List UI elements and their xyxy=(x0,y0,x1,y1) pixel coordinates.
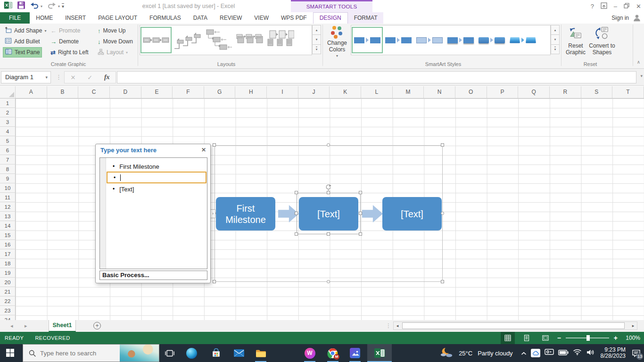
text-pane-item-3[interactable]: • [Text] xyxy=(107,183,206,195)
column-header-K[interactable]: K xyxy=(330,86,361,98)
view-page-layout-button[interactable] xyxy=(520,332,534,344)
move-up-button[interactable]: ↑ Move Up xyxy=(96,25,128,36)
undo-dropdown-icon[interactable]: ▾ xyxy=(41,4,42,8)
redo-button[interactable] xyxy=(48,1,56,11)
column-header-L[interactable]: L xyxy=(361,86,393,98)
tab-design[interactable]: DESIGN xyxy=(313,12,348,24)
ribbon-display-options-button[interactable] xyxy=(601,2,607,10)
column-header-R[interactable]: R xyxy=(550,86,581,98)
shape-handle-bm[interactable] xyxy=(327,232,330,236)
tab-insert[interactable]: INSERT xyxy=(59,12,92,24)
styles-scroll-down-button[interactable]: ▾ xyxy=(551,35,560,44)
layouts-scroll-down-button[interactable]: ▾ xyxy=(312,35,321,44)
canvas-handle-bl[interactable] xyxy=(213,280,216,283)
convert-to-shapes-button[interactable]: Convert to Shapes xyxy=(587,25,617,56)
sheet-bar-grip[interactable]: ⋮ xyxy=(386,320,391,332)
weather-icon[interactable] xyxy=(439,346,454,360)
row-header-24[interactable]: 24 xyxy=(0,315,16,320)
sheet-nav-next-button[interactable]: ▸ xyxy=(25,320,27,332)
row-header-2[interactable]: 2 xyxy=(0,108,16,117)
weather-condition[interactable]: Partly cloudy xyxy=(478,350,512,357)
row-header-11[interactable]: 11 xyxy=(0,193,16,202)
shape-handle-tl[interactable] xyxy=(295,191,298,194)
shape-handle-mr[interactable] xyxy=(359,212,362,215)
add-shape-button[interactable]: Add Shape ▾ xyxy=(3,25,48,36)
view-normal-button[interactable] xyxy=(501,332,515,344)
style-thumb-white-outline[interactable] xyxy=(383,27,414,53)
shape-handle-br[interactable] xyxy=(359,232,362,236)
smartart-shape-1[interactable]: First Milestone xyxy=(216,197,275,230)
column-header-E[interactable]: E xyxy=(141,86,173,98)
tab-home[interactable]: HOME xyxy=(30,12,59,24)
hscroll-right-button[interactable]: ▸ xyxy=(629,322,637,329)
shape-handle-bl[interactable] xyxy=(295,232,298,236)
undo-button[interactable] xyxy=(30,1,39,11)
zoom-level[interactable]: 100% xyxy=(622,335,640,341)
hscroll-thumb[interactable] xyxy=(402,322,625,329)
text-pane-item-1[interactable]: • First Milestone xyxy=(107,161,206,172)
minimize-button[interactable]: – xyxy=(614,3,617,10)
formula-input[interactable] xyxy=(117,71,636,83)
text-pane-item-2-active[interactable]: • xyxy=(107,172,206,183)
insert-function-button[interactable]: fx xyxy=(104,74,110,81)
save-button[interactable] xyxy=(17,1,25,11)
column-header-I[interactable]: I xyxy=(267,86,298,98)
wifi-icon[interactable] xyxy=(573,349,582,357)
shape-handle-tm[interactable] xyxy=(327,191,330,194)
row-header-5[interactable]: 5 xyxy=(0,136,16,146)
text-pane-collapse-arrow[interactable]: › xyxy=(210,209,215,218)
row-header-19[interactable]: 19 xyxy=(0,268,16,278)
demote-button[interactable]: → Demote xyxy=(49,36,81,47)
style-thumb-intense-effect[interactable] xyxy=(476,27,507,53)
zoom-slider-thumb[interactable] xyxy=(586,335,590,341)
battery-icon[interactable] xyxy=(558,349,569,357)
zoom-slider[interactable] xyxy=(566,337,609,338)
layout-thumb-basic-process[interactable] xyxy=(140,27,172,53)
row-header-14[interactable]: 14 xyxy=(0,221,16,230)
column-header-O[interactable]: O xyxy=(455,86,487,98)
move-down-button[interactable]: ↓ Move Down xyxy=(96,36,135,47)
row-header-4[interactable]: 4 xyxy=(0,127,16,136)
tab-review[interactable]: REVIEW xyxy=(214,12,248,24)
zoom-out-button[interactable]: − xyxy=(557,334,561,342)
column-header-N[interactable]: N xyxy=(424,86,455,98)
canvas-handle-tl[interactable] xyxy=(213,143,216,147)
column-header-B[interactable]: B xyxy=(47,86,79,98)
layout-thumb-alternating-flow[interactable] xyxy=(203,27,234,53)
style-thumb-polished-3d[interactable] xyxy=(507,27,538,53)
row-header-18[interactable]: 18 xyxy=(0,259,16,268)
reset-graphic-button[interactable]: Reset Graphic xyxy=(564,25,587,56)
microsoft-store-icon[interactable] xyxy=(210,347,222,359)
column-header-M[interactable]: M xyxy=(393,86,424,98)
canvas-handle-tr[interactable] xyxy=(441,143,444,147)
column-header-P[interactable]: P xyxy=(487,86,519,98)
sign-in-button[interactable]: Sign in xyxy=(611,12,629,24)
row-header-9[interactable]: 9 xyxy=(0,174,16,183)
start-button[interactable] xyxy=(6,349,14,359)
row-header-21[interactable]: 21 xyxy=(0,287,16,296)
file-explorer-icon[interactable] xyxy=(255,347,266,359)
excel-taskbar-icon[interactable] xyxy=(374,347,385,359)
row-header-8[interactable]: 8 xyxy=(0,165,16,174)
tab-file[interactable]: FILE xyxy=(0,12,30,24)
row-header-17[interactable]: 17 xyxy=(0,249,16,259)
formula-bar-expand-icon[interactable]: ▾ xyxy=(640,74,643,78)
name-box[interactable]: Diagram 1 ▾ xyxy=(1,71,51,83)
row-header-6[interactable]: 6 xyxy=(0,146,16,155)
row-header-16[interactable]: 16 xyxy=(0,240,16,249)
canvas-handle-tm[interactable] xyxy=(327,143,330,147)
task-view-button[interactable] xyxy=(164,347,175,359)
style-thumb-moderate-effect[interactable] xyxy=(445,27,476,53)
layouts-scroll-up-button[interactable]: ▴ xyxy=(312,25,321,35)
row-header-23[interactable]: 23 xyxy=(0,306,16,315)
taskbar-search[interactable] xyxy=(23,344,159,362)
sheet-nav-prev-button[interactable]: ◂ xyxy=(10,320,13,332)
view-page-break-button[interactable] xyxy=(538,332,553,344)
hscroll-left-button[interactable]: ◂ xyxy=(394,322,401,329)
taskbar-clock[interactable]: 9:23 PM 8/28/2023 xyxy=(601,347,626,359)
column-header-F[interactable]: F xyxy=(173,86,204,98)
row-header-1[interactable]: 1 xyxy=(0,99,16,108)
row-header-22[interactable]: 22 xyxy=(0,296,16,306)
styles-scroll-up-button[interactable]: ▴ xyxy=(551,25,560,35)
canvas-handle-bm[interactable] xyxy=(327,280,330,283)
